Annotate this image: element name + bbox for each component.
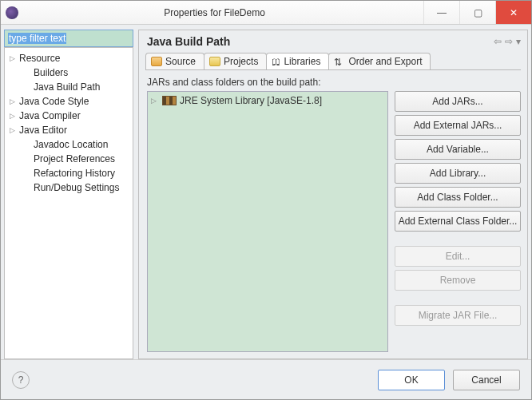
- tree-item[interactable]: Java Build Path: [5, 80, 133, 94]
- projects-icon: [209, 57, 220, 66]
- tree-item[interactable]: ▷Resource: [5, 51, 133, 65]
- expand-icon[interactable]: ▷: [10, 112, 19, 120]
- expand-icon[interactable]: ▷: [151, 97, 159, 105]
- source-icon: [151, 57, 162, 66]
- add-external-jars-button[interactable]: Add External JARs...: [395, 115, 521, 136]
- tree-item-label: Java Build Path: [34, 81, 100, 93]
- edit-button: Edit...: [395, 246, 521, 267]
- titlebar: Properties for FileDemo — ▢ ✕: [1, 1, 531, 25]
- tab-label: Source: [165, 56, 196, 67]
- tab-source[interactable]: Source: [145, 53, 204, 69]
- ok-button[interactable]: OK: [378, 370, 445, 390]
- order-export-icon: ⇅: [334, 57, 345, 66]
- tab-label: Projects: [224, 56, 258, 67]
- tree-item[interactable]: Refactoring History: [5, 166, 133, 180]
- tree-item[interactable]: Javadoc Location: [5, 137, 133, 152]
- window-title: Properties for FileDemo: [6, 7, 423, 18]
- tree-item[interactable]: Run/Debug Settings: [5, 180, 133, 195]
- tree-item-label: Javadoc Location: [34, 139, 108, 150]
- tab-libraries[interactable]: 🕮Libraries: [266, 53, 329, 69]
- tree-item[interactable]: Builders: [5, 65, 133, 80]
- tab-label: Libraries: [284, 56, 320, 67]
- close-button[interactable]: ✕: [495, 1, 531, 24]
- add-variable-button[interactable]: Add Variable...: [395, 139, 521, 160]
- libraries-icon: 🕮: [272, 57, 280, 66]
- back-icon[interactable]: ⇦: [494, 36, 502, 47]
- add-library-button[interactable]: Add Library...: [395, 163, 521, 184]
- tree-item-label: Java Code Style: [19, 96, 89, 107]
- tree-item[interactable]: ▷Java Code Style: [5, 94, 133, 109]
- add-external-class-folder-button[interactable]: Add External Class Folder...: [395, 211, 521, 232]
- tree-item-label: Run/Debug Settings: [34, 182, 119, 193]
- library-icon: [162, 96, 177, 105]
- add-jars-button[interactable]: Add JARs...: [395, 91, 521, 112]
- page-title: Java Build Path: [147, 35, 490, 48]
- category-tree[interactable]: ▷ResourceBuildersJava Build Path▷Java Co…: [4, 47, 133, 359]
- tree-item-label: Builders: [34, 67, 68, 78]
- tab-order-export[interactable]: ⇅Order and Export: [328, 53, 431, 69]
- tree-item-label: Resource: [19, 53, 60, 64]
- tree-item[interactable]: ▷Java Compiler: [5, 109, 133, 123]
- properties-dialog: Properties for FileDemo — ▢ ✕ type filte…: [0, 0, 532, 400]
- migrate-jar-button: Migrate JAR File...: [395, 305, 521, 326]
- remove-button: Remove: [395, 270, 521, 291]
- tree-item[interactable]: ▷Java Editor: [5, 123, 133, 137]
- description-label: JARs and class folders on the build path…: [147, 77, 521, 88]
- expand-icon[interactable]: ▷: [10, 97, 19, 105]
- cancel-button[interactable]: Cancel: [453, 370, 520, 390]
- tree-item-label: Java Compiler: [19, 110, 81, 121]
- tree-item-label: Refactoring History: [34, 168, 115, 179]
- library-label: JRE System Library [JavaSE-1.8]: [180, 95, 322, 106]
- filter-input[interactable]: type filter text: [4, 30, 133, 47]
- minimize-button[interactable]: —: [423, 1, 459, 24]
- maximize-button[interactable]: ▢: [459, 1, 495, 24]
- expand-icon[interactable]: ▷: [10, 54, 19, 62]
- forward-icon[interactable]: ⇨: [505, 36, 513, 47]
- libraries-list[interactable]: ▷ JRE System Library [JavaSE-1.8]: [147, 91, 388, 352]
- tab-projects[interactable]: Projects: [204, 53, 267, 69]
- tree-item-label: Project References: [34, 153, 115, 164]
- filter-placeholder: type filter text: [8, 33, 66, 44]
- expand-icon[interactable]: ▷: [10, 126, 19, 134]
- tree-item[interactable]: Project References: [5, 152, 133, 166]
- help-button[interactable]: ?: [12, 371, 30, 389]
- library-entry[interactable]: ▷ JRE System Library [JavaSE-1.8]: [151, 95, 384, 106]
- menu-icon[interactable]: ▾: [516, 36, 521, 47]
- tree-item-label: Java Editor: [19, 125, 67, 136]
- tab-label: Order and Export: [348, 56, 422, 67]
- add-class-folder-button[interactable]: Add Class Folder...: [395, 187, 521, 208]
- tab-bar: Source Projects 🕮Libraries ⇅Order and Ex…: [139, 53, 527, 69]
